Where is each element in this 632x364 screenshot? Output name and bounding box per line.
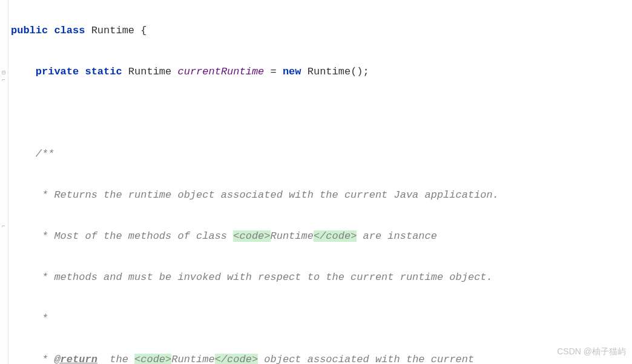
- code-block: public class Runtime { private static Ru…: [0, 0, 632, 364]
- watermark: CSDN @柚子猫屿: [557, 341, 626, 362]
- code-line: * Returns the runtime object associated …: [11, 185, 632, 206]
- code-line: private static Runtime currentRuntime = …: [11, 62, 632, 82]
- class-name: Runtime: [91, 25, 134, 36]
- code-tag: <code>: [134, 354, 171, 364]
- code-tag: </code>: [215, 354, 258, 364]
- javadoc-line: * Most of the methods of class: [42, 230, 233, 242]
- code-line: * methods and must be invoked with respe…: [11, 267, 632, 288]
- keyword: class: [54, 25, 85, 36]
- keyword: private: [36, 66, 79, 77]
- keyword: new: [283, 66, 301, 77]
- keyword: public: [11, 25, 48, 36]
- gutter: ⊟ ⌐ ⌐: [0, 0, 8, 364]
- type: Runtime: [128, 66, 178, 77]
- code-line: * @return the <code>Runtime</code> objec…: [11, 349, 632, 364]
- field: currentRuntime: [177, 66, 264, 77]
- fold-marker-icon: ⊟: [2, 70, 5, 76]
- code-tag: </code>: [314, 230, 357, 242]
- brace: {: [140, 25, 146, 36]
- javadoc-open: /**: [36, 148, 54, 160]
- fold-marker-icon: ⌐: [2, 224, 5, 230]
- code-tag: <code>: [233, 230, 270, 242]
- code-line: public class Runtime {: [11, 21, 632, 41]
- javadoc-line: *: [42, 313, 48, 324]
- javadoc-line: * Returns the runtime object associated …: [42, 189, 499, 201]
- code-line: *: [11, 308, 632, 329]
- fold-marker-icon: ⌐: [2, 77, 5, 83]
- javadoc-line: * methods and must be invoked with respe…: [42, 271, 493, 283]
- code-line: * Most of the methods of class <code>Run…: [11, 226, 632, 247]
- javadoc-return-tag: @return: [54, 354, 97, 364]
- code-line: /**: [11, 144, 632, 164]
- keyword: static: [85, 66, 122, 77]
- code-line: [11, 103, 632, 123]
